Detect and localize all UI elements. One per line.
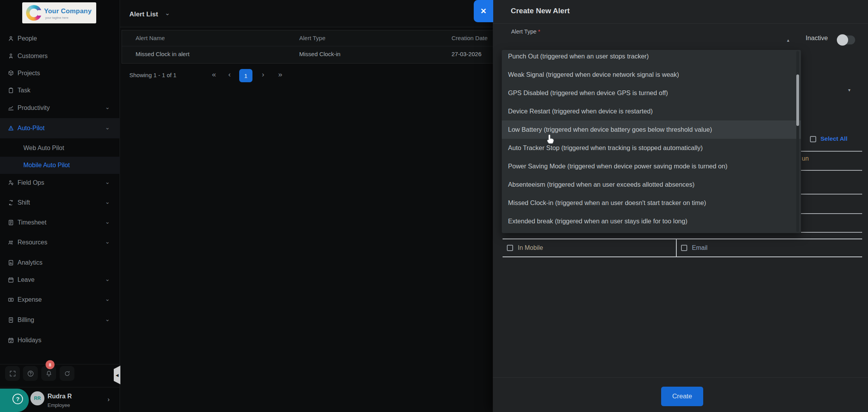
- shift-icon: [7, 199, 14, 206]
- sidebar: Your Company your tagline here People Cu…: [0, 0, 120, 412]
- chevron-down-icon: ⌄: [105, 218, 110, 225]
- sidebar-item-web-auto-pilot[interactable]: Web Auto Pilot: [0, 140, 120, 157]
- notification-channels: In Mobile Email: [503, 239, 862, 257]
- sidebar-item-auto-pilot[interactable]: Auto-Pilot ⌄: [0, 118, 120, 138]
- sidebar-item-analytics[interactable]: Analytics: [0, 254, 120, 271]
- email-label: Email: [692, 244, 707, 251]
- sidebar-item-leave[interactable]: Leave ⌄: [0, 271, 120, 288]
- logo-tagline: your tagline here: [45, 16, 69, 19]
- sidebar-item-holidays[interactable]: Holidays: [0, 332, 120, 349]
- resources-icon: [7, 239, 14, 246]
- toggle-knob: [837, 34, 848, 46]
- chevron-down-icon: ⌄: [105, 276, 110, 283]
- partial-row-text: un: [802, 155, 809, 162]
- close-button[interactable]: ✕: [474, 0, 493, 22]
- company-logo[interactable]: Your Company your tagline here: [22, 2, 96, 23]
- cell-alert-type: Missed Clock-in: [299, 51, 340, 57]
- in-mobile-checkbox[interactable]: [507, 245, 513, 251]
- pagination-last-button[interactable]: »: [278, 70, 282, 79]
- dropdown-scrollbar-thumb[interactable]: [796, 74, 799, 126]
- sidebar-item-label: Web Auto Pilot: [23, 145, 64, 152]
- sidebar-item-label: Billing: [18, 317, 34, 324]
- chevron-right-icon[interactable]: ›: [108, 396, 109, 403]
- sidebar-item-label: Auto-Pilot: [18, 125, 44, 132]
- help-button[interactable]: [23, 366, 38, 381]
- dropdown-option-punch-out[interactable]: Punch Out (triggered when an user stops …: [502, 50, 801, 65]
- billing-icon: [7, 317, 14, 324]
- dropdown-option-low-battery[interactable]: Low Battery (triggered when device batte…: [502, 120, 801, 139]
- holidays-icon: [7, 337, 14, 344]
- chevron-down-icon: ⌄: [105, 316, 110, 323]
- leave-icon: [7, 276, 14, 283]
- sidebar-item-shift[interactable]: Shift ⌄: [0, 194, 120, 211]
- sidebar-item-label: Shift: [18, 199, 30, 206]
- create-alert-panel: Create New Alert Alert Type * ▴ Inactive…: [493, 0, 868, 412]
- sidebar-item-label: Customers: [18, 53, 48, 60]
- sidebar-item-label: Productivity: [18, 104, 50, 111]
- sidebar-item-resources[interactable]: Resources ⌄: [0, 234, 120, 251]
- logo-c-gap: [38, 10, 42, 16]
- refresh-button[interactable]: [60, 366, 74, 381]
- chevron-down-icon[interactable]: ⌄: [165, 9, 170, 17]
- fullscreen-button[interactable]: [5, 366, 20, 381]
- fullscreen-icon: [9, 370, 16, 377]
- avatar[interactable]: RR: [30, 391, 44, 405]
- sidebar-item-label: Projects: [18, 70, 40, 77]
- chevron-down-icon: ⌄: [105, 104, 110, 111]
- dropdown-option-power-saving-mode[interactable]: Power Saving Mode (triggered when device…: [502, 157, 801, 175]
- pagination-page-1[interactable]: 1: [239, 69, 252, 82]
- column-header-alert-name: Alert Name: [136, 35, 165, 41]
- divider: [0, 387, 120, 387]
- dropdown-option-absenteeism[interactable]: Absenteeism (triggered when an user exce…: [502, 175, 801, 194]
- sidebar-item-productivity[interactable]: Productivity ⌄: [0, 99, 120, 117]
- select-all-checkbox[interactable]: [810, 136, 816, 142]
- inactive-toggle[interactable]: [838, 35, 855, 44]
- divider: [493, 377, 868, 378]
- in-mobile-label: In Mobile: [518, 244, 543, 251]
- sidebar-item-label: Mobile Auto Pilot: [23, 162, 70, 169]
- sidebar-item-task[interactable]: Task: [0, 82, 120, 99]
- cell-alert-name: Missed Clock in alert: [136, 51, 189, 57]
- create-button[interactable]: Create: [661, 387, 703, 406]
- sidebar-collapse-handle[interactable]: ◀: [114, 366, 120, 384]
- sidebar-item-label: Expense: [18, 296, 42, 303]
- dropdown-option-device-restart[interactable]: Device Restart (triggered when device is…: [502, 102, 801, 120]
- sidebar-item-mobile-auto-pilot[interactable]: Mobile Auto Pilot: [0, 157, 120, 174]
- sidebar-item-expense[interactable]: Expense ⌄: [0, 291, 120, 308]
- email-checkbox[interactable]: [681, 245, 687, 251]
- pagination-next-button[interactable]: ›: [262, 70, 264, 79]
- sidebar-item-timesheet[interactable]: Timesheet ⌄: [0, 214, 120, 231]
- chevron-down-icon: ⌄: [105, 295, 110, 302]
- dropdown-option-extended-break[interactable]: Extended break (triggered when an user s…: [502, 212, 801, 230]
- task-icon: [7, 87, 14, 94]
- pagination-prev-button[interactable]: ‹: [228, 70, 231, 79]
- column-header-alert-type: Alert Type: [299, 35, 325, 41]
- divider: [801, 213, 862, 214]
- dropdown-option-auto-tracker-stop[interactable]: Auto Tracker Stop (triggered when tracki…: [502, 139, 801, 157]
- sidebar-item-customers[interactable]: Customers: [0, 48, 120, 65]
- page-title: Alert List: [129, 11, 158, 18]
- divider: [676, 239, 677, 256]
- alert-type-select-caret-icon[interactable]: ▴: [787, 37, 789, 43]
- pagination-first-button[interactable]: «: [212, 70, 216, 79]
- sidebar-item-billing[interactable]: Billing ⌄: [0, 311, 120, 329]
- dropdown-option-gps-disabled[interactable]: GPS Disabled (triggered when device GPS …: [502, 84, 801, 102]
- sidebar-item-label: Analytics: [18, 259, 42, 266]
- logo-title: Your Company: [44, 7, 92, 15]
- dropdown-option-weak-signal[interactable]: Weak Signal (triggered when device netwo…: [502, 65, 801, 84]
- modal-title: Create New Alert: [511, 7, 570, 15]
- sidebar-item-label: Holidays: [18, 337, 41, 344]
- sidebar-item-field-ops[interactable]: Field Ops ⌄: [0, 174, 120, 191]
- projects-icon: [7, 70, 14, 77]
- sidebar-item-people[interactable]: People: [0, 30, 120, 47]
- people-icon: [7, 35, 14, 42]
- analytics-icon: [7, 259, 14, 266]
- chevron-down-icon: ⌄: [105, 238, 110, 245]
- secondary-select-caret-icon[interactable]: ▾: [848, 87, 850, 93]
- sidebar-item-projects[interactable]: Projects: [0, 65, 120, 82]
- help-pill-button[interactable]: ?: [0, 389, 29, 412]
- select-all-label[interactable]: Select All: [820, 135, 847, 142]
- dropdown-option-missed-clock-in[interactable]: Missed Clock-in (triggered when an user …: [502, 194, 801, 212]
- column-header-creation-date: Creation Date: [452, 35, 488, 41]
- refresh-icon: [64, 370, 71, 377]
